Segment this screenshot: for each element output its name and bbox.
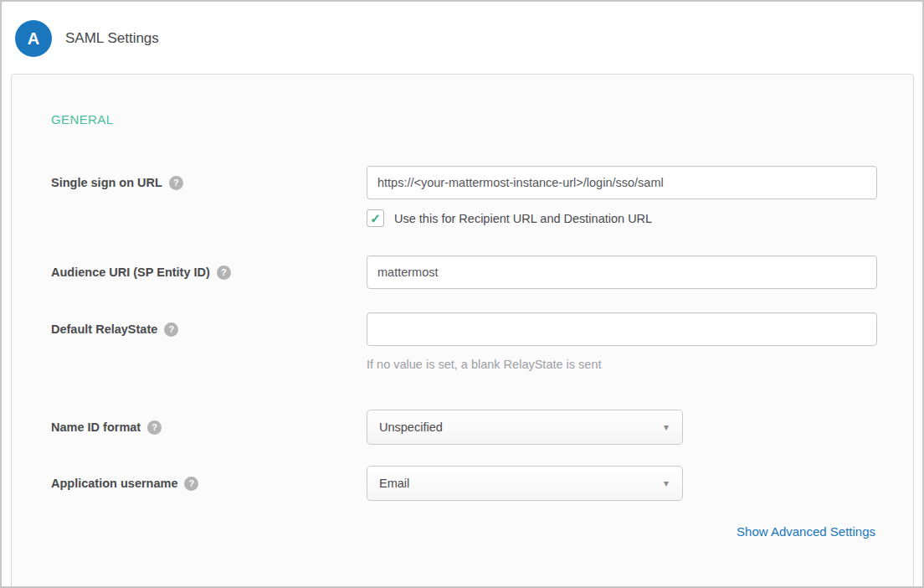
recipient-destination-checkbox-row: ✓ Use this for Recipient URL and Destina… <box>12 209 913 227</box>
recipient-destination-checkbox-label: Use this for Recipient URL and Destinati… <box>394 212 652 225</box>
form-row-name-id-format: Name ID format ? Unspecified ▾ <box>12 410 913 445</box>
section-heading-general: GENERAL <box>51 112 913 126</box>
default-relaystate-input[interactable] <box>367 312 877 346</box>
name-id-format-label: Name ID format <box>51 420 141 434</box>
single-sign-on-url-input[interactable] <box>367 166 877 199</box>
advanced-settings-link-row: Show Advanced Settings <box>12 524 913 539</box>
help-icon[interactable]: ? <box>169 176 183 190</box>
name-id-format-select[interactable]: Unspecified ▾ <box>367 410 683 445</box>
show-advanced-settings-link[interactable]: Show Advanced Settings <box>737 524 875 539</box>
recipient-destination-checkbox[interactable]: ✓ <box>367 209 384 227</box>
page-title: SAML Settings <box>65 30 159 47</box>
application-username-label: Application username <box>51 477 177 490</box>
saml-settings-panel: GENERAL Single sign on URL ? ✓ Use this … <box>11 74 914 588</box>
app-step-badge: A <box>15 20 52 57</box>
form-row-single-sign-on-url: Single sign on URL ? <box>12 166 913 199</box>
audience-uri-label: Audience URI (SP Entity ID) <box>51 266 210 279</box>
label-col: Name ID format ? <box>51 420 367 435</box>
name-id-format-selected-value: Unspecified <box>379 420 443 434</box>
help-icon[interactable]: ? <box>184 477 198 491</box>
form-row-application-username: Application username ? Email ▾ <box>12 466 913 501</box>
check-icon: ✓ <box>370 212 381 224</box>
single-sign-on-url-label: Single sign on URL <box>51 176 162 189</box>
label-col: Single sign on URL ? <box>51 176 367 190</box>
form-row-default-relaystate: Default RelayState ? <box>12 312 913 346</box>
audience-uri-input[interactable] <box>367 255 877 289</box>
help-icon[interactable]: ? <box>164 322 178 337</box>
form-row-audience-uri: Audience URI (SP Entity ID) ? <box>12 255 913 289</box>
app-step-badge-letter: A <box>28 29 39 49</box>
relaystate-helper-row: If no value is set, a blank RelayState i… <box>12 357 913 372</box>
help-icon[interactable]: ? <box>217 266 231 280</box>
chevron-down-icon: ▾ <box>664 478 669 488</box>
help-icon-glyph: ? <box>168 324 174 334</box>
label-col: Application username ? <box>51 477 367 491</box>
help-icon-glyph: ? <box>221 267 227 277</box>
relaystate-helper-text: If no value is set, a blank RelayState i… <box>367 358 601 371</box>
label-col: Default RelayState ? <box>51 322 367 337</box>
help-icon[interactable]: ? <box>147 420 162 435</box>
default-relaystate-label: Default RelayState <box>51 322 157 336</box>
header: A SAML Settings <box>2 2 922 57</box>
chevron-down-icon: ▾ <box>664 422 669 432</box>
label-col: Audience URI (SP Entity ID) ? <box>51 266 367 280</box>
help-icon-glyph: ? <box>151 422 157 432</box>
application-username-selected-value: Email <box>379 477 409 490</box>
help-icon-glyph: ? <box>173 178 179 188</box>
application-username-select[interactable]: Email ▾ <box>367 466 683 501</box>
screen: A SAML Settings GENERAL Single sign on U… <box>0 0 924 588</box>
help-icon-glyph: ? <box>189 478 195 488</box>
